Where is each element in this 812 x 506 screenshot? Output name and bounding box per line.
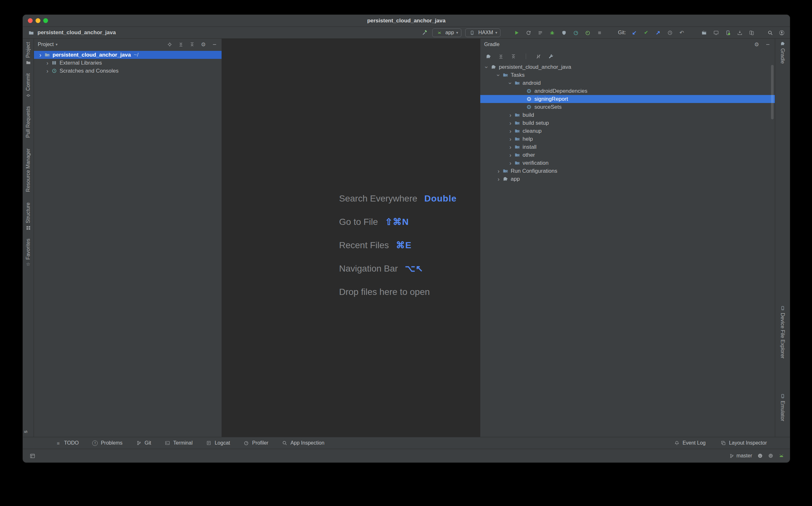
project-node-persistent-cloud-anchor-java[interactable]: › persistent_cloud_anchor_java ~/ <box>34 51 221 59</box>
gradle-settings-icon[interactable] <box>547 53 554 60</box>
git-branch-widget[interactable]: master <box>729 453 752 459</box>
debug-button[interactable] <box>548 29 556 36</box>
tool-window-tab-device-file-explorer[interactable]: Device File Explorer <box>775 306 790 358</box>
zoom-button[interactable] <box>43 18 48 23</box>
virtual-device-manager-icon[interactable] <box>724 29 732 36</box>
project-breadcrumb[interactable]: persistent_cloud_anchor_java <box>38 29 116 36</box>
tool-window-tab-structure[interactable]: Structure <box>25 202 31 230</box>
git-update-icon[interactable]: ↙ <box>630 29 638 36</box>
execute-task-icon[interactable] <box>485 53 492 60</box>
layout-toggle-icon[interactable] <box>28 452 36 459</box>
gradle-node-signingreport[interactable]: › ⚙ signingReport <box>480 95 775 103</box>
chevron-right-icon[interactable]: › <box>507 160 514 166</box>
tool-window-tab-gradle[interactable]: Gradle <box>775 41 790 64</box>
offline-mode-icon[interactable] <box>535 53 542 60</box>
tool-window-tab-partial[interactable]: s <box>23 430 33 433</box>
chevron-right-icon[interactable]: › <box>495 176 502 182</box>
chevron-right-icon[interactable]: › <box>507 152 514 158</box>
gradle-node-build[interactable]: › build <box>480 111 775 119</box>
git-commit-icon[interactable]: ✔ <box>642 29 650 36</box>
hide-panel-icon[interactable] <box>765 41 771 48</box>
chevron-right-icon[interactable]: › <box>507 144 514 150</box>
chevron-right-icon[interactable]: › <box>507 136 514 142</box>
project-view-selector[interactable]: Project ▾ <box>38 41 58 47</box>
gradle-node-androiddependencies[interactable]: › ⚙ androidDependencies <box>480 87 775 95</box>
gradle-node-other[interactable]: › other <box>480 151 775 159</box>
device-manager-icon[interactable] <box>712 29 720 36</box>
device-mirror-icon[interactable] <box>748 29 755 36</box>
android-status-icon[interactable] <box>779 453 784 459</box>
stop-button[interactable] <box>596 29 603 36</box>
tool-window-button-event-log[interactable]: Event Log <box>674 440 706 446</box>
tool-window-button-terminal[interactable]: Terminal <box>164 440 192 446</box>
search-icon[interactable] <box>766 29 774 36</box>
sdk-manager-icon[interactable] <box>736 29 743 36</box>
project-node-external-libraries[interactable]: › External Libraries <box>34 59 221 67</box>
settings-icon[interactable]: ⚙ <box>753 41 760 48</box>
tool-window-button-todo[interactable]: ≡ TODO <box>55 440 79 446</box>
editor-area[interactable]: Search Everywhere Double Go to File ⇧⌘N … <box>222 39 480 437</box>
tool-window-tab-emulator[interactable]: Emulator <box>775 394 790 421</box>
feedback-smiley-icon[interactable] <box>758 453 763 458</box>
gradle-node-android[interactable]: › android <box>480 79 775 87</box>
tool-window-button-problems[interactable]: ! Problems <box>92 440 123 446</box>
tool-window-tab-favorites[interactable]: Favorites ☆ <box>25 239 31 267</box>
tool-window-tab-project[interactable]: Project <box>25 42 31 65</box>
feedback-frown-icon[interactable] <box>768 453 773 458</box>
gradle-node-cleanup[interactable]: › cleanup <box>480 127 775 135</box>
apply-changes-icon[interactable] <box>536 29 544 36</box>
tool-window-button-git[interactable]: Git <box>136 440 151 446</box>
gradle-node-build-setup[interactable]: › build setup <box>480 119 775 127</box>
gradle-node-sourcesets[interactable]: › ⚙ sourceSets <box>480 103 775 111</box>
gradle-node-app[interactable]: › app <box>480 175 775 183</box>
close-button[interactable] <box>28 18 32 23</box>
tool-window-tab-pull-requests[interactable]: Pull Requests <box>25 106 31 140</box>
chevron-right-icon[interactable]: › <box>484 64 489 70</box>
profiler-button[interactable] <box>572 29 580 36</box>
tool-window-button-logcat[interactable]: Logcat <box>206 440 230 446</box>
tool-window-button-layout-inspector[interactable]: Layout Inspector <box>721 440 767 446</box>
coverage-icon[interactable] <box>560 29 568 36</box>
hide-panel-icon[interactable] <box>211 41 218 48</box>
gradle-node-persistent-cloud-anchor-java[interactable]: › persistent_cloud_anchor_java <box>480 63 775 71</box>
chevron-right-icon[interactable]: › <box>44 68 51 74</box>
chevron-right-icon[interactable]: › <box>37 52 44 58</box>
tool-window-tab-commit[interactable]: Commit <box>25 73 31 98</box>
tool-window-button-app-inspection[interactable]: App Inspection <box>282 440 324 446</box>
user-avatar[interactable] <box>778 29 786 36</box>
chevron-right-icon[interactable]: › <box>495 168 502 174</box>
scrollbar-thumb[interactable] <box>771 65 773 119</box>
locate-icon[interactable] <box>166 41 173 48</box>
project-structure-icon[interactable] <box>700 29 708 36</box>
git-history-icon[interactable] <box>666 29 674 36</box>
gradle-node-run-configurations[interactable]: › Run Configurations <box>480 167 775 175</box>
collapse-all-icon[interactable] <box>189 41 195 48</box>
git-rollback-icon[interactable]: ↶ <box>678 29 685 36</box>
expand-all-icon[interactable] <box>178 41 184 48</box>
gradle-node-help[interactable]: › help <box>480 135 775 143</box>
rerun-icon[interactable] <box>525 29 532 36</box>
device-select[interactable]: HAXM ▾ <box>465 28 500 37</box>
minimize-button[interactable] <box>36 18 40 23</box>
chevron-right-icon[interactable]: › <box>507 112 514 118</box>
chevron-right-icon[interactable]: › <box>44 60 51 66</box>
tool-window-button-profiler[interactable]: Profiler <box>243 440 268 446</box>
titlebar[interactable]: persistent_cloud_anchor_java <box>23 15 790 27</box>
gradle-node-tasks[interactable]: › Tasks <box>480 71 775 79</box>
project-node-scratches-and-consoles[interactable]: › Scratches and Consoles <box>34 67 221 75</box>
profile-low-overhead-icon[interactable] <box>584 29 591 36</box>
build-hammer-icon[interactable] <box>421 29 428 36</box>
settings-icon[interactable]: ⚙ <box>200 41 207 48</box>
run-config-select[interactable]: app ▾ <box>432 28 461 37</box>
chevron-right-icon[interactable]: › <box>496 72 501 78</box>
collapse-all-icon[interactable] <box>510 53 517 60</box>
chevron-right-icon[interactable]: › <box>508 80 513 86</box>
expand-all-icon[interactable] <box>497 53 504 60</box>
chevron-right-icon[interactable]: › <box>507 128 514 134</box>
gradle-node-install[interactable]: › install <box>480 143 775 151</box>
git-push-icon[interactable]: ↗ <box>654 29 662 36</box>
gradle-node-verification[interactable]: › verification <box>480 159 775 167</box>
tool-window-tab-resource-manager[interactable]: Resource Manager <box>25 148 31 194</box>
run-button[interactable] <box>513 29 520 36</box>
chevron-right-icon[interactable]: › <box>507 120 514 126</box>
